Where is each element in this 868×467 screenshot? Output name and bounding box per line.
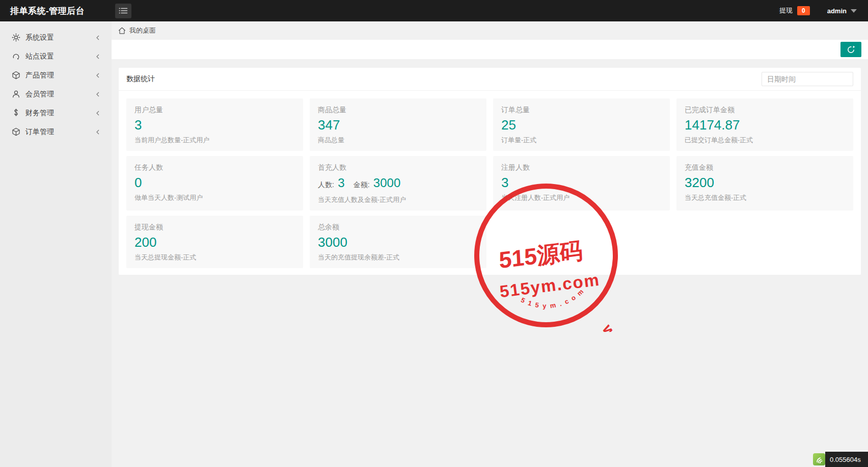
sidebar-item-product-management[interactable]: 产品管理 [0, 66, 112, 85]
stamp-arc-bottom-text: 515ym.com [519, 284, 590, 314]
sidebar-item-label: 系统设置 [25, 33, 96, 42]
panel-title: 数据统计 [126, 74, 155, 84]
menu-list-icon [119, 7, 128, 14]
sidebar-item-system-settings[interactable]: 系统设置 [0, 28, 112, 47]
stat-card-registered-users: 注册人数 3 当天注册人数-正式用户 [493, 156, 670, 211]
header-right: 提现 0 admin [779, 6, 868, 15]
stat-desc: 当天注册人数-正式用户 [501, 193, 662, 202]
stat-card-total-balance: 总余额 3000 当天的充值提现余额差-正式 [310, 216, 486, 268]
flame-icon [814, 454, 824, 464]
sidebar-item-site-settings[interactable]: 站点设置 [0, 47, 112, 66]
pair-value: 3 [338, 176, 344, 190]
stat-card-completed-order-amount: 已完成订单金额 14174.87 已提交订单总金额-正式 [676, 98, 853, 151]
chevron-left-icon [96, 129, 99, 135]
thinkphp-trace-icon[interactable] [813, 453, 825, 465]
stat-value: 3 [134, 117, 295, 134]
stat-desc: 做单当天人数-测试用户 [134, 193, 295, 202]
sidebar-nav: 系统设置 站点设置 产品管理 [0, 21, 112, 467]
stat-desc: 已提交订单总金额-正式 [685, 135, 845, 145]
stat-desc: 当天充值人数及金额-正式用户 [318, 195, 478, 204]
user-menu[interactable]: admin [827, 7, 847, 15]
cube-icon [11, 71, 20, 80]
stat-label: 用户总量 [134, 105, 295, 115]
stat-desc: 当天总提现金额-正式 [134, 252, 295, 262]
stat-card-recharge-amount: 充值金额 3200 当天总充值金额-正式 [676, 156, 853, 211]
stat-desc: 订单量-正式 [501, 135, 662, 145]
stat-value: 347 [318, 117, 478, 134]
chevron-left-icon [96, 73, 99, 78]
refresh-button[interactable] [840, 42, 861, 57]
sidebar-item-label: 会员管理 [25, 90, 96, 99]
stat-label: 总余额 [318, 222, 478, 232]
debug-duration: 0.055604s [825, 452, 868, 467]
sidebar-item-label: 订单管理 [25, 127, 96, 137]
stat-card-total-orders: 订单总量 25 订单量-正式 [493, 98, 670, 151]
chevron-left-icon [96, 35, 99, 40]
stats-panel-header: 数据统计 [119, 68, 861, 91]
gear-icon [11, 33, 20, 42]
app-title: 排单系统-管理后台 [0, 5, 112, 17]
stat-label: 首充人数 [318, 163, 478, 172]
stat-label: 已完成订单金额 [685, 105, 845, 115]
stat-card-total-users: 用户总量 3 当前用户总数量-正式用户 [126, 98, 303, 151]
user-icon [11, 90, 20, 99]
main-content: 我的桌面 数据统计 用户总量 3 当前用户总数量-正式用户 商品总量 347 商… [112, 21, 868, 467]
stat-label: 充值金额 [685, 163, 845, 172]
stat-card-withdraw-amount: 提现金额 200 当天总提现金额-正式 [126, 216, 303, 268]
breadcrumb-label[interactable]: 我的桌面 [129, 26, 156, 35]
sidebar-item-label: 站点设置 [25, 52, 96, 61]
stamp-arc-top-text: www.515ym.com [484, 319, 622, 332]
stat-value: 3000 [318, 234, 478, 251]
stat-card-task-users: 任务人数 0 做单当天人数-测试用户 [126, 156, 303, 211]
svg-text:www.515ym.com: www.515ym.com [484, 319, 622, 332]
stat-label: 订单总量 [501, 105, 662, 115]
withdraw-count-badge[interactable]: 0 [797, 6, 810, 15]
sidebar-item-label: 财务管理 [25, 109, 96, 118]
debug-trace: 0.055604s [813, 452, 868, 467]
pair-label: 金额: [354, 180, 370, 189]
stat-card-first-recharge: 首充人数 人数: 3 金额: 3000 当天充值人数及金额-正式用户 [310, 156, 486, 211]
stat-value-pair: 人数: 3 金额: 3000 [318, 174, 478, 193]
sidebar-item-finance-management[interactable]: 财务管理 [0, 103, 112, 122]
stats-grid: 用户总量 3 当前用户总数量-正式用户 商品总量 347 商品总量 订单总量 2… [119, 91, 861, 275]
stat-desc: 当天的充值提现余额差-正式 [318, 252, 478, 262]
sidebar-item-member-management[interactable]: 会员管理 [0, 85, 112, 103]
refresh-icon [847, 45, 855, 54]
dollar-icon [11, 109, 20, 118]
stat-label: 提现金额 [134, 222, 295, 232]
stat-card-total-products: 商品总量 347 商品总量 [310, 98, 486, 151]
stat-value: 3 [501, 174, 662, 191]
sidebar-toggle-button[interactable] [115, 4, 131, 18]
stat-label: 商品总量 [318, 105, 478, 115]
stats-panel: 数据统计 用户总量 3 当前用户总数量-正式用户 商品总量 347 商品总量 订… [119, 68, 861, 275]
pair-value: 3000 [373, 176, 400, 190]
stat-value: 25 [501, 117, 662, 134]
pair-label: 人数: [318, 180, 334, 189]
svg-text:515ym.com: 515ym.com [519, 284, 590, 314]
cube-icon [11, 127, 20, 137]
withdraw-link[interactable]: 提现 [779, 6, 793, 15]
stat-value: 14174.87 [685, 117, 845, 134]
stat-label: 注册人数 [501, 163, 662, 172]
chevron-left-icon [96, 54, 99, 59]
stat-desc: 当前用户总数量-正式用户 [134, 135, 295, 145]
chevron-left-icon [96, 92, 99, 97]
stat-value: 200 [134, 234, 295, 251]
home-icon [118, 27, 126, 34]
stat-value: 3200 [685, 174, 845, 191]
chevron-left-icon [96, 111, 99, 116]
toolbar [112, 40, 868, 59]
breadcrumb: 我的桌面 [112, 21, 868, 40]
sidebar-item-order-management[interactable]: 订单管理 [0, 122, 112, 141]
stat-label: 任务人数 [134, 163, 295, 172]
chevron-down-icon[interactable] [851, 9, 857, 13]
date-range-input[interactable] [762, 72, 853, 86]
stat-desc: 当天总充值金额-正式 [685, 193, 845, 202]
top-header: 排单系统-管理后台 提现 0 admin [0, 0, 868, 21]
stat-value: 0 [134, 174, 295, 191]
bell-icon [11, 52, 20, 61]
stat-desc: 商品总量 [318, 135, 478, 145]
sidebar-item-label: 产品管理 [25, 71, 96, 80]
